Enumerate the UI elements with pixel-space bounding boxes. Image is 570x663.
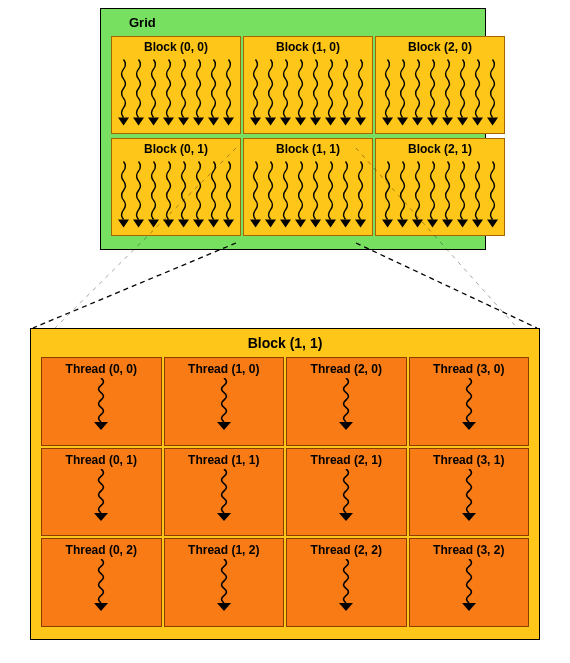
block-label: Block (2, 1) bbox=[380, 142, 500, 156]
block-label: Block (1, 1) bbox=[248, 142, 368, 156]
thread-arrow-icon bbox=[217, 378, 231, 434]
thread-1-2: Thread (1, 2) bbox=[164, 538, 285, 627]
block-label: Block (0, 1) bbox=[116, 142, 236, 156]
thread-arrow-icon bbox=[462, 559, 476, 615]
block-label: Block (2, 0) bbox=[380, 40, 500, 54]
block-threads-icon bbox=[248, 56, 368, 129]
blocks-grid: Block (0, 0) Block (1, 0) bbox=[111, 36, 475, 236]
block-label: Block (0, 0) bbox=[116, 40, 236, 54]
thread-arrow-icon bbox=[462, 469, 476, 525]
block-detail-panel: Block (1, 1) Thread (0, 0) Thread (1, 0)… bbox=[30, 328, 540, 640]
thread-label: Thread (2, 0) bbox=[311, 362, 382, 376]
thread-label: Thread (0, 0) bbox=[66, 362, 137, 376]
thread-arrow-icon bbox=[339, 559, 353, 615]
thread-1-0: Thread (1, 0) bbox=[164, 357, 285, 446]
grid-title: Grid bbox=[129, 15, 475, 30]
block-2-0: Block (2, 0) bbox=[375, 36, 505, 134]
thread-label: Thread (2, 2) bbox=[311, 543, 382, 557]
block-threads-icon bbox=[248, 158, 368, 231]
grid-panel: Grid Block (0, 0) Block (1, 0) bbox=[100, 8, 486, 250]
thread-0-0: Thread (0, 0) bbox=[41, 357, 162, 446]
thread-arrow-icon bbox=[94, 559, 108, 615]
thread-arrow-icon bbox=[462, 378, 476, 434]
thread-3-0: Thread (3, 0) bbox=[409, 357, 530, 446]
block-2-1: Block (2, 1) bbox=[375, 138, 505, 236]
thread-arrow-icon bbox=[339, 469, 353, 525]
block-threads-icon bbox=[380, 56, 500, 129]
thread-3-2: Thread (3, 2) bbox=[409, 538, 530, 627]
thread-arrow-icon bbox=[94, 469, 108, 525]
thread-0-1: Thread (0, 1) bbox=[41, 448, 162, 537]
block-threads-icon bbox=[116, 56, 236, 129]
thread-label: Thread (0, 2) bbox=[66, 543, 137, 557]
thread-2-0: Thread (2, 0) bbox=[286, 357, 407, 446]
thread-arrow-icon bbox=[94, 378, 108, 434]
thread-arrow-icon bbox=[217, 469, 231, 525]
svg-line-1 bbox=[356, 243, 537, 328]
thread-label: Thread (1, 1) bbox=[188, 453, 259, 467]
thread-2-2: Thread (2, 2) bbox=[286, 538, 407, 627]
block-threads-icon bbox=[380, 158, 500, 231]
thread-arrow-icon bbox=[217, 559, 231, 615]
block-0-1: Block (0, 1) bbox=[111, 138, 241, 236]
thread-0-2: Thread (0, 2) bbox=[41, 538, 162, 627]
block-1-0: Block (1, 0) bbox=[243, 36, 373, 134]
thread-arrow-icon bbox=[339, 378, 353, 434]
block-0-0: Block (0, 0) bbox=[111, 36, 241, 134]
threads-grid: Thread (0, 0) Thread (1, 0) Thread (2, 0… bbox=[41, 357, 529, 627]
block-label: Block (1, 0) bbox=[248, 40, 368, 54]
block-detail-title: Block (1, 1) bbox=[41, 335, 529, 351]
thread-label: Thread (0, 1) bbox=[66, 453, 137, 467]
thread-label: Thread (1, 0) bbox=[188, 362, 259, 376]
thread-1-1: Thread (1, 1) bbox=[164, 448, 285, 537]
thread-label: Thread (1, 2) bbox=[188, 543, 259, 557]
block-threads-icon bbox=[116, 158, 236, 231]
thread-label: Thread (3, 0) bbox=[433, 362, 504, 376]
thread-label: Thread (2, 1) bbox=[311, 453, 382, 467]
block-1-1: Block (1, 1) bbox=[243, 138, 373, 236]
thread-label: Thread (3, 1) bbox=[433, 453, 504, 467]
svg-line-0 bbox=[33, 243, 236, 328]
thread-label: Thread (3, 2) bbox=[433, 543, 504, 557]
thread-3-1: Thread (3, 1) bbox=[409, 448, 530, 537]
thread-2-1: Thread (2, 1) bbox=[286, 448, 407, 537]
